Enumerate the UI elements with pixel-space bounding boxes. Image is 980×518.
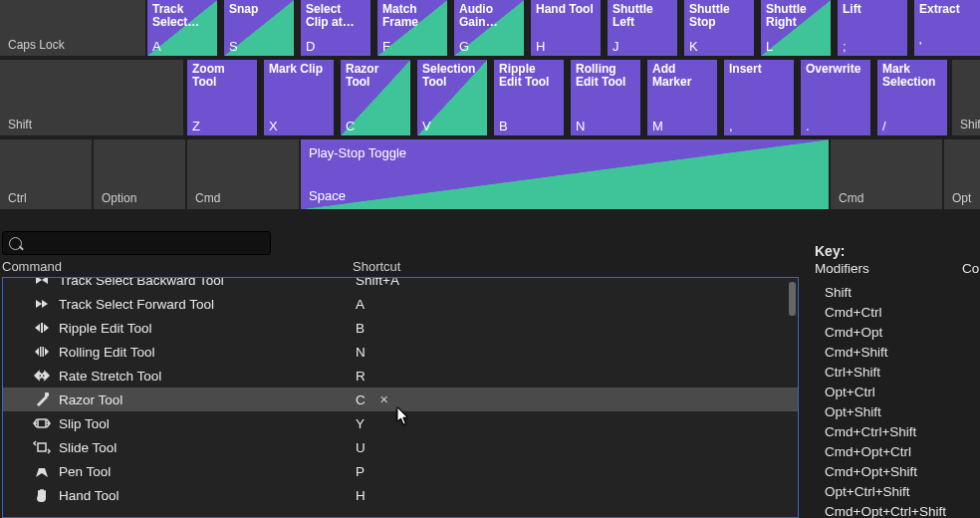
key-X[interactable]: Mark ClipX	[264, 60, 334, 135]
key-char: N	[576, 120, 585, 132]
key-J[interactable]: Shuttle LeftJ	[608, 0, 677, 56]
command-row[interactable]: Slide ToolU	[3, 435, 798, 459]
cmd-left-key[interactable]: Cmd	[187, 139, 299, 209]
command-shortcut: B	[356, 321, 365, 336]
modifier-item[interactable]: Cmd+Ctrl	[825, 303, 946, 323]
key-title: Selection Tool	[422, 63, 482, 89]
key-title: Select Clip at…	[306, 3, 366, 29]
modifier-item[interactable]: Ctrl+Shift	[825, 363, 946, 383]
key-title: Extract	[919, 3, 979, 16]
slide-icon	[33, 438, 51, 456]
scrollbar-thumb[interactable]	[789, 282, 796, 316]
command-row[interactable]: Rolling Edit ToolN	[3, 340, 798, 364]
key-char: B	[499, 120, 508, 132]
command-row[interactable]: Pen ToolP	[3, 459, 798, 483]
space-key[interactable]: Play-Stop Toggle Space	[301, 139, 829, 209]
key-title: Razor Tool	[346, 63, 405, 89]
command-row[interactable]: Track Select Forward ToolA	[3, 292, 798, 316]
key-char: J	[612, 40, 619, 53]
opt-right-label: Opt	[952, 191, 971, 205]
key-char: '	[919, 40, 921, 53]
modifier-item[interactable]: Cmd+Opt	[825, 323, 946, 343]
shift-left-key[interactable]: Shift	[0, 60, 183, 135]
command-name: Razor Tool	[59, 392, 122, 407]
cursor-icon	[396, 406, 412, 429]
command-row[interactable]: Track Select Backward ToolShift+A	[3, 277, 798, 292]
clear-shortcut-button[interactable]: ✕	[379, 393, 388, 406]
key-char: H	[536, 40, 545, 53]
key-H[interactable]: Hand ToolH	[531, 0, 601, 56]
command-shortcut: A	[356, 297, 365, 312]
key-title: Overwrite	[806, 63, 865, 76]
opt-right-key[interactable]: Opt	[944, 139, 980, 209]
key-V[interactable]: Selection ToolV	[417, 60, 487, 135]
track-fwd-icon	[33, 295, 51, 313]
ctrl-left-label: Ctrl	[8, 191, 27, 205]
key-S[interactable]: SnapS	[224, 0, 294, 56]
modifier-item[interactable]: Cmd+Opt+Ctrl+Shift	[825, 502, 946, 518]
search-icon	[9, 237, 22, 250]
key-title: Snap	[229, 3, 289, 16]
key-title: Audio Gain…	[459, 3, 519, 29]
key-char: F	[382, 40, 390, 53]
key-char: K	[689, 40, 698, 53]
command-row[interactable]: Rate Stretch ToolR	[3, 364, 798, 388]
modifier-item[interactable]: Opt+Shift	[825, 402, 946, 422]
key-title: Match Frame	[382, 3, 442, 29]
key-B[interactable]: Ripple Edit ToolB	[494, 60, 564, 135]
modifier-item[interactable]: Cmd+Ctrl+Shift	[825, 422, 946, 442]
column-command: Command	[2, 259, 62, 274]
modifier-item[interactable]: Cmd+Opt+Shift	[825, 462, 946, 482]
command-shortcut: C	[356, 392, 366, 407]
key-char: V	[422, 120, 431, 132]
command-name: Slip Tool	[59, 416, 110, 431]
command-row[interactable]: Hand ToolH	[3, 483, 798, 507]
command-name: Track Select Backward Tool	[59, 277, 224, 288]
key-G[interactable]: Audio Gain…G	[454, 0, 524, 56]
command-name: Rate Stretch Tool	[59, 369, 161, 384]
command-name: Rolling Edit Tool	[59, 345, 155, 360]
shift-left-label: Shift	[8, 118, 32, 131]
key-sym[interactable]: Lift;	[838, 0, 907, 56]
command-search[interactable]	[2, 231, 271, 255]
key-title: Hand Tool	[536, 3, 596, 16]
key-M[interactable]: Add MarkerM	[647, 60, 717, 135]
key-char: S	[229, 40, 238, 53]
shift-right-key[interactable]: Shift	[952, 60, 980, 135]
key-sym[interactable]: Overwrite.	[801, 60, 870, 135]
key-title: Mark Clip	[269, 63, 329, 76]
column-shortcut: Shortcut	[353, 259, 400, 274]
razor-icon	[33, 390, 51, 408]
command-shortcut: Shift+A	[356, 277, 399, 288]
key-D[interactable]: Select Clip at…D	[301, 0, 370, 56]
key-L[interactable]: Shuttle RightL	[761, 0, 831, 56]
key-F[interactable]: Match FrameF	[377, 0, 447, 56]
modifier-item[interactable]: Cmd+Opt+Ctrl	[825, 442, 946, 462]
key-title: Zoom Tool	[192, 63, 252, 89]
key-char: C	[346, 120, 355, 132]
modifier-item[interactable]: Cmd+Shift	[825, 343, 946, 363]
cmd-right-key[interactable]: Cmd	[831, 139, 942, 209]
key-sym[interactable]: Extract'	[914, 0, 980, 56]
key-title: Shuttle Stop	[689, 3, 749, 29]
modifier-item[interactable]: Opt+Ctrl+Shift	[825, 482, 946, 502]
shortcut-list-pane[interactable]: Track Select Backward ToolShift+ATrack S…	[2, 277, 799, 518]
command-search-input[interactable]	[26, 235, 264, 251]
key-K[interactable]: Shuttle StopK	[684, 0, 754, 56]
cmd-right-label: Cmd	[839, 191, 863, 205]
key-Z[interactable]: Zoom ToolZ	[187, 60, 257, 135]
capslock-key[interactable]: Caps Lock	[0, 0, 145, 56]
option-left-key[interactable]: Option	[94, 139, 185, 209]
key-C[interactable]: Razor ToolC	[341, 60, 410, 135]
key-A[interactable]: Track Select…A	[147, 0, 217, 56]
command-row[interactable]: Ripple Edit ToolB	[3, 316, 798, 340]
key-char: ,	[729, 120, 733, 132]
modifier-item[interactable]: Shift	[825, 283, 946, 303]
modifier-item[interactable]: Opt+Ctrl	[825, 383, 946, 402]
key-title: Shuttle Left	[612, 3, 672, 29]
key-sym[interactable]: Mark Selection/	[877, 60, 947, 135]
command-shortcut: N	[356, 345, 366, 360]
key-N[interactable]: Rolling Edit ToolN	[571, 60, 640, 135]
ctrl-left-key[interactable]: Ctrl	[0, 139, 92, 209]
key-sym[interactable]: Insert,	[724, 60, 794, 135]
